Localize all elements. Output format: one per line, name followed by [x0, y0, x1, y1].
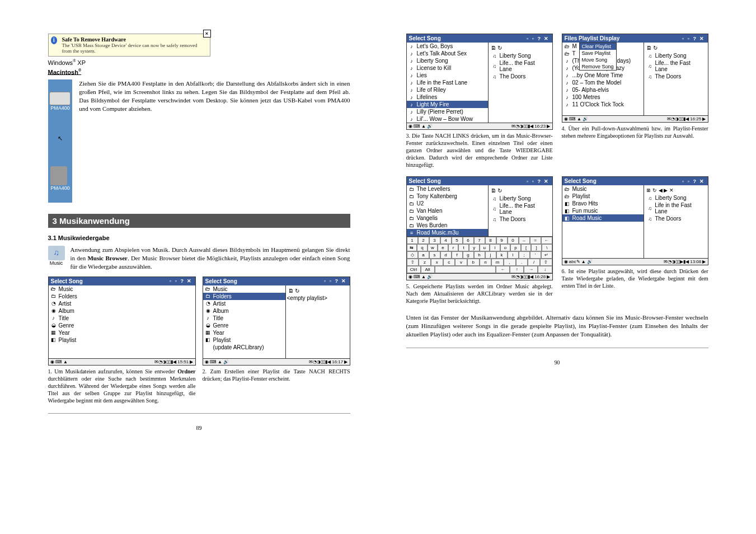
list-item[interactable]: 🗀Van Halen: [407, 207, 488, 214]
list-item[interactable]: ▦Year: [203, 329, 285, 336]
playlist-pane[interactable]: 🗎 ↻<empty playlist>: [285, 285, 350, 358]
window-titlebar: Select Song▫ ▫ ? ✕: [407, 177, 552, 185]
playlist-item[interactable]: ♫Liberty Song: [645, 52, 707, 59]
list-item[interactable]: ♪Title: [203, 315, 285, 322]
list-item[interactable]: ◉Album: [49, 307, 195, 315]
list-item[interactable]: ◔Artist: [49, 300, 195, 307]
menu-item-clear[interactable]: Clear Playlist: [580, 43, 616, 50]
folder-list[interactable]: 🗀The Levellers🗀Tony Kaltenberg🗀U2🗀Van Ha…: [407, 185, 488, 236]
list-item[interactable]: ♪100 Metres: [562, 93, 644, 101]
status-bar: ◉ ⌨ ▲ 🔊✉◔◑▯▯▮◀ 16:25 ▶: [562, 115, 708, 122]
list-item[interactable]: 🗁Music: [203, 285, 285, 293]
list-item[interactable]: 🗀U2: [407, 200, 488, 207]
browse-list[interactable]: 🗁Music🗀Folders◔Artist◉Album♪Title◒Genre▦…: [49, 285, 195, 358]
caption-4: 4. Über ein Pull-down-Auswahlmenü bzw. i…: [562, 125, 708, 139]
playlist-pane[interactable]: 🗎 ↻ ◀ ▶ ✕♫Liberty Song♫Life in the Fast …: [644, 185, 708, 258]
list-item[interactable]: ♪02 – Tom the Model: [562, 79, 644, 86]
list-item[interactable]: ♪License to Kill: [407, 64, 488, 72]
menu-item[interactable]: Move Song: [580, 57, 616, 63]
playlist-item[interactable]: ♫Liberty Song: [490, 52, 551, 59]
list-item[interactable]: ◧Playlist: [49, 336, 195, 344]
status-bar: ◉ ⌨ ▲✉◔◑▯▯▮◀ 15:51 ▶: [49, 358, 195, 365]
browse-list[interactable]: 🗁Music🗀Folders◔Artist◉Album♪Title◒Genre▦…: [203, 285, 285, 358]
close-icon[interactable]: ×: [203, 30, 211, 38]
list-item[interactable]: ◧Playlist: [203, 336, 285, 344]
song-list[interactable]: 🗁M🗁T♪(The... for the Holidays)♪(You driv…: [562, 43, 644, 115]
page-number: 90: [406, 359, 708, 366]
list-item[interactable]: 🗀Wes Burden: [407, 222, 488, 229]
window-controls-icon[interactable]: ▫ ▫ ? ✕: [682, 179, 705, 184]
list-item[interactable]: ♪Life of Riley: [407, 86, 488, 93]
list-item[interactable]: ◧Bravo Hits: [562, 200, 644, 207]
playlist-item[interactable]: ♫The Doors: [645, 73, 707, 80]
playlist-pane[interactable]: 🗎 ↻♫Liberty Song♫Life... the Fast Lane♫T…: [488, 185, 552, 236]
playlist-item[interactable]: ♫Life... the Fast Lane: [645, 59, 707, 73]
window-controls-icon[interactable]: ▫ ▫ ? ✕: [324, 278, 347, 284]
playlist-item[interactable]: ♫Liberty Song: [490, 195, 551, 202]
list-item[interactable]: ◧Fun music: [562, 207, 644, 214]
playlist-item[interactable]: ♫Life... the Fast Lane: [490, 202, 551, 216]
list-item[interactable]: ◔Artist: [203, 300, 285, 307]
list-item[interactable]: 🗁Music: [49, 285, 195, 293]
playlist-item[interactable]: ♫Life... the Fast Lane: [490, 59, 551, 73]
list-item[interactable]: ♪Let's Go, Boys: [407, 43, 488, 50]
window-title: Select Song: [565, 178, 597, 184]
display-menu[interactable]: Clear Playlist Save PlaylistMove SongRem…: [579, 43, 617, 71]
music-app-icon: ♫ Music: [48, 246, 65, 268]
list-item[interactable]: ♪...by One More Time: [562, 72, 644, 79]
list-item[interactable]: ♪Life in the Fast Lane: [407, 79, 488, 86]
list-item[interactable]: 🗁Music: [562, 185, 644, 193]
playlist-item[interactable]: ♫Life in the Fast Lane: [645, 202, 707, 215]
footer-rule: [406, 348, 708, 348]
list-item[interactable]: ◒Genre: [49, 322, 195, 329]
playlist-pane[interactable]: 🗎 ↻♫Liberty Song♫Life... the Fast Lane♫T…: [488, 43, 552, 123]
list-item[interactable]: ♪11 O'Clock Tick Tock: [562, 101, 644, 108]
footer-rule: [48, 413, 350, 414]
window-controls-icon[interactable]: ▫ ▫ ? ✕: [170, 278, 192, 284]
music-app-label: Music: [50, 260, 63, 266]
screenshot-4: Files Playlist Display▫ ▫ ? ✕ 🗁M🗁T♪(The.…: [562, 34, 708, 168]
playlist-pane[interactable]: 🗎 ↻♫Liberty Song♫Life... the Fast Lane♫T…: [644, 43, 708, 115]
menu-item[interactable]: Save Playlist: [580, 50, 616, 57]
list-item[interactable]: ♪Light My Fire: [407, 101, 488, 108]
list-item[interactable]: ♪Let's Talk About Sex: [407, 50, 488, 57]
screenshot-6: Select Song▫ ▫ ? ✕ 🗁Music🗁Playlist◧Bravo…: [562, 176, 708, 305]
list-item[interactable]: (update ARCLibrary): [203, 344, 285, 351]
list-item[interactable]: ♪Title: [49, 315, 195, 322]
onscreen-keyboard[interactable]: 1234567890–=← ⇆qwertyuiop[]\ ◇asdfghjkl;…: [407, 236, 552, 273]
list-item[interactable]: 🗀Vangelis: [407, 214, 488, 222]
caption-3: 3. Die Taste NACH LINKS drücken, um in d…: [406, 132, 553, 168]
category-list[interactable]: 🗁Music🗁Playlist◧Bravo Hits◧Fun music◧Roa…: [562, 185, 644, 258]
list-item[interactable]: ▦Year: [49, 329, 195, 336]
window-controls-icon[interactable]: ▫ ▫ ? ✕: [682, 36, 705, 41]
playlist-item[interactable]: ♫Liberty Song: [645, 194, 707, 202]
window-controls-icon[interactable]: ▫ ▫ ? ✕: [527, 179, 550, 184]
playlist-item[interactable]: ♫The Doors: [490, 216, 551, 223]
song-list[interactable]: ♪Let's Go, Boys♪Let's Talk About Sex♪Lib…: [407, 43, 488, 123]
list-item[interactable]: 🗀Folders: [203, 293, 285, 300]
list-item[interactable]: 🗀Tony Kaltenberg: [407, 193, 488, 200]
list-item[interactable]: 🗀Folders: [49, 293, 195, 300]
list-item[interactable]: ♪Liberty Song: [407, 57, 488, 64]
list-item[interactable]: 🗀The Levellers: [407, 185, 488, 193]
list-item[interactable]: ♪05- Alpha-elvis: [562, 86, 644, 93]
list-item[interactable]: ◧Road Music: [562, 214, 644, 222]
list-item[interactable]: ♪Lil'... Wow – Bow Wow: [407, 115, 488, 123]
list-item[interactable]: ♪Lilly (Pierre Perret): [407, 108, 488, 115]
window-controls-icon[interactable]: ▫ ▫ ? ✕: [527, 36, 550, 41]
playlist-item[interactable]: ♫The Doors: [645, 215, 707, 222]
list-item[interactable]: 🗁Playlist: [562, 193, 644, 200]
window-titlebar: Select Song▫ ▫ ? ✕: [49, 277, 195, 285]
window-menubar[interactable]: Files Playlist Display▫ ▫ ? ✕: [562, 34, 708, 43]
list-item[interactable]: ≡Road Music.m3u: [407, 229, 488, 236]
list-item[interactable]: ◒Genre: [203, 322, 285, 329]
window-title: Select Song: [409, 35, 441, 41]
list-item[interactable]: ◉Album: [203, 307, 285, 315]
list-item[interactable]: ♪Lies: [407, 72, 488, 79]
safe-remove-balloon: i Safe To Remove Hardware The 'USB Mass …: [48, 34, 210, 57]
note-icon: ♫: [48, 246, 65, 260]
bottom-paragraph: Unten ist das Fenster der Musikanwendung…: [406, 313, 708, 339]
list-item[interactable]: ♪Lifelines: [407, 93, 488, 101]
menu-item[interactable]: Remove Song: [580, 63, 616, 70]
playlist-item[interactable]: ♫The Doors: [490, 73, 551, 80]
